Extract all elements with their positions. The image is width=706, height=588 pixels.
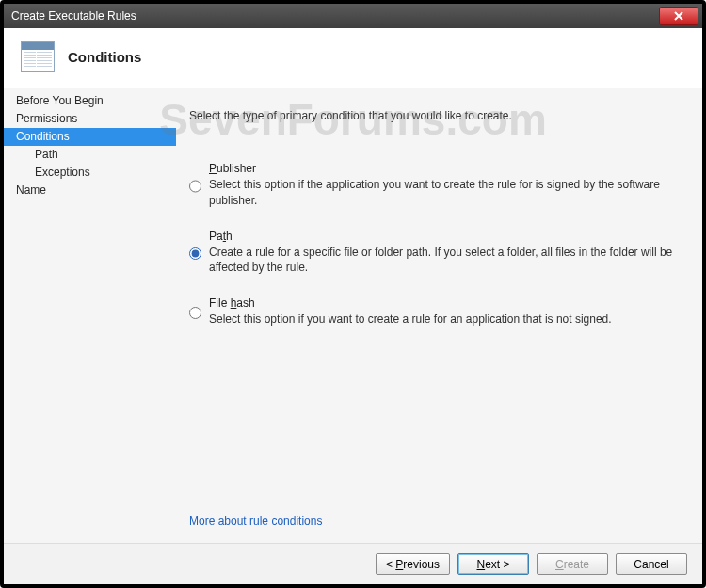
next-button[interactable]: Next > xyxy=(457,553,529,575)
option-desc-filehash: Select this option if you want to create… xyxy=(209,311,676,327)
previous-button[interactable]: < Previous xyxy=(376,553,450,575)
cancel-button[interactable]: Cancel xyxy=(616,553,687,575)
sidebar-item-conditions[interactable]: Conditions xyxy=(4,128,176,146)
option-desc-publisher: Select this option if the application yo… xyxy=(209,177,676,209)
option-label-filehash[interactable]: File hash xyxy=(209,296,676,310)
option-filehash: File hashSelect this option if you want … xyxy=(189,296,676,327)
page-title: Conditions xyxy=(68,49,141,65)
wizard-icon xyxy=(21,41,55,72)
option-label-publisher[interactable]: Publisher xyxy=(209,162,676,175)
option-path: PathCreate a rule for a specific file or… xyxy=(189,230,676,277)
radio-filehash[interactable] xyxy=(189,298,201,327)
option-label-path[interactable]: Path xyxy=(209,230,676,243)
option-desc-path: Create a rule for a specific file or fol… xyxy=(209,245,676,277)
button-bar: < Previous Next > Create Cancel xyxy=(4,543,702,584)
create-button: Create xyxy=(537,553,608,575)
help-link[interactable]: More about rule conditions xyxy=(189,515,676,528)
close-icon xyxy=(674,11,683,21)
sidebar-item-before-you-begin[interactable]: Before You Begin xyxy=(4,92,176,110)
sidebar-item-path[interactable]: Path xyxy=(4,146,176,164)
radio-path[interactable] xyxy=(189,231,201,277)
wizard-header: Conditions xyxy=(4,28,702,88)
window-title: Create Executable Rules xyxy=(11,9,136,23)
titlebar: Create Executable Rules xyxy=(4,4,702,28)
main-pane: Select the type of primary condition tha… xyxy=(176,88,702,543)
radio-publisher[interactable] xyxy=(189,164,201,209)
sidebar-item-name[interactable]: Name xyxy=(4,182,176,199)
sidebar-item-permissions[interactable]: Permissions xyxy=(4,110,176,128)
sidebar: Before You BeginPermissionsConditionsPat… xyxy=(4,88,176,543)
sidebar-item-exceptions[interactable]: Exceptions xyxy=(4,164,176,182)
close-button[interactable] xyxy=(659,7,698,25)
option-publisher: PublisherSelect this option if the appli… xyxy=(189,162,676,209)
intro-text: Select the type of primary condition tha… xyxy=(189,109,676,122)
